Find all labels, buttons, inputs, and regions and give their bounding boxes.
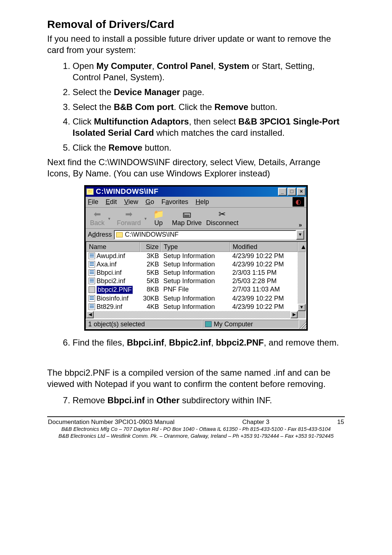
file-modified: 4/23/99 10:22 PM — [230, 295, 298, 302]
inf-file-icon — [89, 269, 95, 276]
col-modified[interactable]: Modified — [230, 242, 298, 252]
file-size: 8KB — [140, 286, 161, 294]
menu-help[interactable]: Help — [196, 198, 209, 206]
table-row[interactable]: Bbpci.inf5KBSetup Information2/3/03 1:15… — [86, 269, 298, 277]
steps-list: Open My Computer, Control Panel, System … — [47, 61, 345, 153]
map-drive-icon: 🖴 — [183, 210, 191, 219]
forward-arrow-icon: ➡ — [125, 210, 132, 219]
file-list: Name Size Type Modified ▲ Awupd.inf3KBSe… — [86, 241, 306, 319]
table-row[interactable]: Bbpci2.inf5KBSetup Information2/5/03 2:2… — [86, 277, 298, 285]
file-name: Biosinfo.inf — [97, 295, 128, 302]
step-2: Select the Device Manager page. — [73, 87, 345, 98]
menu-favorites[interactable]: Favorites — [162, 198, 188, 206]
close-button[interactable]: × — [297, 188, 306, 196]
file-size: 4KB — [140, 303, 161, 311]
file-size: 2KB — [140, 261, 161, 268]
forward-button[interactable]: ➡ Forward — [115, 209, 143, 228]
menu-edit[interactable]: Edit — [106, 198, 117, 206]
statusbar: 1 object(s) selected My Computer — [86, 319, 306, 329]
table-row[interactable]: Bt829.inf4KBSetup Information4/23/99 10:… — [86, 303, 298, 311]
step-5: Click the Remove button. — [73, 142, 345, 154]
file-modified: 2/7/03 11:03 AM — [230, 286, 298, 294]
file-size: 3KB — [140, 252, 161, 260]
file-size: 5KB — [140, 277, 161, 285]
column-headers: Name Size Type Modified ▲ — [86, 242, 306, 252]
file-modified: 4/23/99 10:22 PM — [230, 261, 298, 268]
address-folder-icon — [116, 232, 123, 237]
menu-view[interactable]: View — [124, 198, 138, 206]
back-arrow-icon: ⬅ — [94, 210, 101, 219]
inf-file-icon — [89, 303, 95, 310]
file-name: Bbpci.inf — [97, 269, 122, 277]
address-field[interactable]: C:\WINDOWS\INF — [114, 230, 296, 240]
footer-rule — [47, 416, 345, 417]
scroll-right-button[interactable]: ▶ — [290, 311, 298, 318]
minimize-button[interactable]: _ — [278, 188, 287, 196]
table-row[interactable]: Biosinfo.inf30KBSetup Information4/23/99… — [86, 294, 298, 303]
file-modified: 4/23/99 10:22 PM — [230, 252, 298, 260]
address-label: Address — [88, 231, 112, 238]
up-button[interactable]: 📁 Up — [151, 209, 166, 228]
file-type: Setup Information — [161, 277, 230, 285]
step-1: Open My Computer, Control Panel, System … — [73, 61, 345, 83]
file-type: Setup Information — [161, 261, 230, 268]
file-name: Awupd.inf — [97, 252, 125, 260]
step-7: Remove Bbpci.inf in Other subdirectory w… — [73, 395, 345, 406]
menubar: File Edit View Go Favorites Help ◐ — [86, 197, 306, 208]
file-size: 5KB — [140, 269, 161, 277]
footer-address-us: B&B Electronics Mfg Co – 707 Dayton Rd -… — [47, 426, 345, 433]
resize-grip[interactable] — [299, 320, 306, 328]
table-row[interactable]: Axa.inf2KBSetup Information4/23/99 10:22… — [86, 260, 298, 269]
steps-list-7: Remove Bbpci.inf in Other subdirectory w… — [47, 395, 345, 406]
back-dropdown-icon[interactable]: ▼ — [107, 217, 111, 221]
file-name: Axa.inf — [97, 261, 117, 268]
step-4: Click Multifunction Adaptors, then selec… — [73, 116, 345, 138]
footer-chapter: Chapter 3 — [242, 419, 270, 426]
file-type: Setup Information — [161, 252, 230, 260]
disconnect-icon: ✂ — [219, 210, 226, 219]
inf-file-icon — [89, 295, 95, 302]
maximize-button[interactable]: □ — [287, 188, 296, 196]
address-bar: Address C:\WINDOWS\INF ▼ — [86, 229, 306, 241]
footer-line-1: Documentation Number 3PCIO1-0903 Manual … — [47, 419, 345, 426]
toolbar: ⬅ Back ▼ ➡ Forward ▼ 📁 Up 🖴 Map Drive ✂ — [86, 208, 306, 229]
file-modified: 2/3/03 1:15 PM — [230, 269, 298, 277]
after-step5-paragraph: Next find the C:\WINDOWS\INF directory, … — [47, 157, 345, 179]
disconnect-button[interactable]: ✂ Disconnect — [204, 209, 241, 228]
scroll-up-button[interactable]: ▲ — [298, 242, 306, 252]
inf-file-icon — [89, 278, 95, 284]
pnf-file-icon — [89, 286, 95, 293]
address-dropdown-button[interactable]: ▼ — [296, 230, 304, 240]
back-button[interactable]: ⬅ Back — [88, 209, 107, 228]
intro-paragraph: If you need to install a possible future… — [47, 33, 345, 56]
footer-doc-number: Documentation Number 3PCIO1-0903 Manual — [48, 419, 175, 426]
file-name: bbpci2.PNF — [97, 286, 133, 294]
throbber-icon: ◐ — [293, 197, 304, 207]
horizontal-scrollbar[interactable]: ◀ ▶ — [86, 311, 306, 318]
status-selection: 1 object(s) selected — [86, 320, 203, 328]
col-size[interactable]: Size — [140, 242, 161, 252]
section-heading: Removal of Drivers/Card — [47, 18, 345, 30]
scroll-left-button[interactable]: ◀ — [86, 311, 94, 318]
my-computer-icon — [205, 321, 212, 327]
window-title: C:\WINDOWS\INF — [96, 187, 277, 196]
menu-file[interactable]: File — [88, 198, 98, 206]
vertical-scrollbar[interactable]: ▼ — [298, 252, 306, 311]
footer-page-number: 15 — [337, 419, 344, 426]
col-type[interactable]: Type — [161, 242, 230, 252]
table-row[interactable]: Awupd.inf3KBSetup Information4/23/99 10:… — [86, 252, 298, 260]
file-type: Setup Information — [161, 303, 230, 311]
inf-file-icon — [89, 261, 95, 268]
col-name[interactable]: Name — [86, 242, 140, 252]
table-row[interactable]: bbpci2.PNF8KBPNF File2/7/03 11:03 AM — [86, 285, 298, 294]
scroll-down-button[interactable]: ▼ — [298, 304, 306, 311]
file-type: Setup Information — [161, 295, 230, 302]
forward-dropdown-icon[interactable]: ▼ — [144, 217, 147, 221]
map-drive-button[interactable]: 🖴 Map Drive — [170, 209, 204, 228]
after-step6-paragraph: The bbpci2.PNF is a compiled version of … — [47, 367, 345, 389]
file-size: 30KB — [140, 295, 161, 302]
address-value: C:\WINDOWS\INF — [125, 231, 179, 238]
toolbar-overflow-button[interactable]: » — [297, 222, 304, 228]
file-name: Bt829.inf — [97, 303, 122, 311]
menu-go[interactable]: Go — [146, 198, 154, 206]
